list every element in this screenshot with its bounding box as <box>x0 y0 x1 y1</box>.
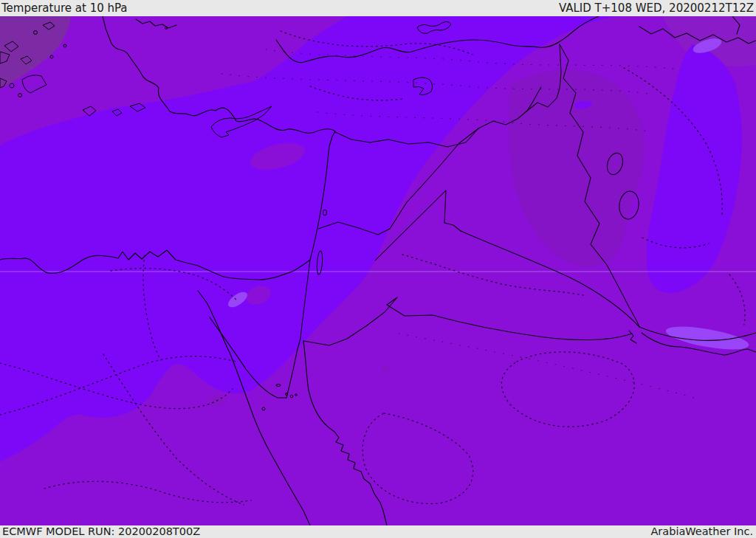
map-title: Temperature at 10 hPa <box>1 1 128 16</box>
model-run-label: ECMWF MODEL RUN: 20200208T00Z <box>2 525 200 537</box>
branding-label: ArabiaWeather Inc. <box>650 525 753 537</box>
footer-bar: ECMWF MODEL RUN: 20200208T00Z ArabiaWeat… <box>0 525 756 538</box>
map-canvas <box>0 16 756 525</box>
temperature-fill-regions <box>0 16 756 525</box>
weather-map-app: Temperature at 10 hPa VALID T+108 WED, 2… <box>0 0 756 538</box>
header-bar: Temperature at 10 hPa VALID T+108 WED, 2… <box>0 0 756 16</box>
temperature-map-svg <box>0 16 756 525</box>
valid-time-label: VALID T+108 WED, 20200212T12Z <box>559 1 754 16</box>
region-dark-spot-small <box>382 365 388 373</box>
